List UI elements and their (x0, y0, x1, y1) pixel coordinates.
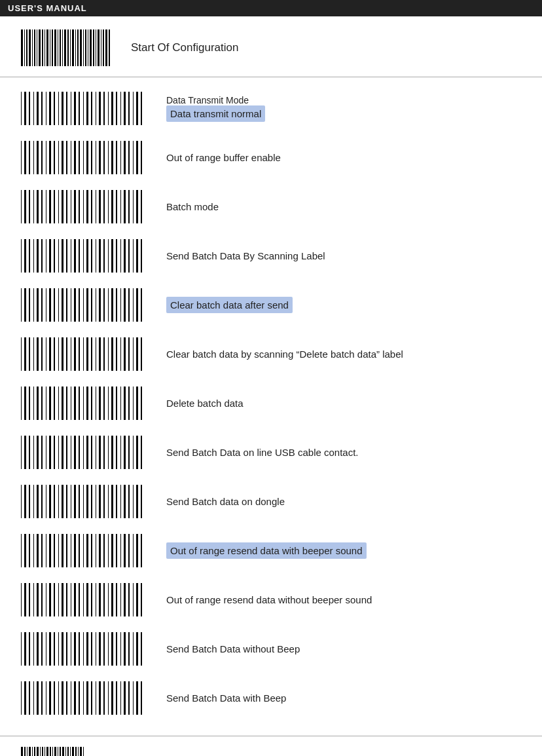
svg-rect-181 (103, 288, 105, 322)
svg-rect-406 (136, 632, 138, 666)
svg-rect-276 (111, 436, 113, 469)
svg-rect-102 (33, 190, 34, 223)
svg-rect-407 (141, 632, 142, 666)
barcode-svg-batch-mode (20, 189, 151, 225)
svg-rect-9 (42, 29, 43, 66)
svg-rect-27 (88, 29, 88, 66)
svg-rect-426 (91, 681, 92, 715)
svg-rect-28 (90, 29, 92, 66)
svg-rect-414 (41, 681, 43, 715)
svg-rect-176 (83, 288, 84, 322)
svg-rect-54 (91, 92, 92, 125)
svg-rect-361 (79, 583, 80, 616)
svg-rect-121 (111, 190, 113, 223)
barcode-svg-send-batch-data-without-beep (20, 631, 151, 667)
svg-rect-241 (96, 387, 96, 420)
svg-rect-259 (41, 436, 43, 469)
svg-rect-296 (66, 485, 67, 518)
svg-rect-291 (46, 485, 46, 518)
svg-rect-386 (54, 632, 55, 666)
svg-rect-377 (20, 631, 151, 667)
svg-rect-348 (24, 583, 26, 616)
svg-rect-125 (128, 190, 130, 223)
barcode-svg-delete-batch-data (20, 385, 151, 421)
svg-rect-1 (21, 29, 23, 66)
svg-rect-128 (141, 190, 142, 223)
label-send-batch-data-without-beep: Send Batch Data without Beep (166, 642, 300, 656)
svg-rect-436 (133, 681, 134, 715)
svg-rect-66 (141, 92, 142, 125)
svg-rect-338 (111, 534, 113, 567)
svg-rect-341 (124, 534, 126, 567)
svg-rect-285 (21, 485, 22, 518)
svg-rect-315 (20, 533, 151, 569)
svg-rect-78 (62, 141, 63, 174)
svg-rect-437 (136, 681, 138, 715)
svg-rect-178 (91, 288, 92, 322)
svg-rect-382 (37, 632, 39, 666)
svg-rect-184 (116, 288, 117, 322)
svg-rect-440 (21, 747, 23, 756)
svg-rect-282 (136, 436, 138, 469)
label-text-out-of-range-buffer-enable: Out of range buffer enable (166, 152, 281, 163)
svg-rect-272 (96, 436, 96, 469)
svg-rect-103 (37, 190, 39, 223)
svg-rect-256 (29, 436, 30, 469)
svg-rect-122 (116, 190, 117, 223)
svg-rect-265 (66, 436, 67, 469)
svg-rect-132 (29, 239, 30, 273)
svg-rect-403 (124, 632, 126, 666)
svg-rect-251 (136, 387, 138, 420)
svg-rect-240 (91, 387, 92, 420)
start-config-barcode (20, 28, 111, 67)
svg-rect-448 (42, 747, 43, 756)
barcode-clear-batch-data-by-scanning (20, 336, 151, 372)
svg-rect-202 (62, 337, 63, 371)
svg-rect-400 (111, 632, 113, 666)
svg-rect-212 (103, 337, 105, 371)
barcode-svg-send-batch-data-by-scanning-label (20, 238, 151, 274)
svg-rect-161 (21, 288, 22, 322)
svg-rect-358 (66, 583, 67, 616)
svg-rect-35 (109, 29, 110, 66)
svg-rect-53 (86, 92, 88, 125)
svg-rect-179 (96, 288, 96, 322)
svg-rect-305 (103, 485, 105, 518)
svg-rect-416 (49, 681, 51, 715)
svg-rect-289 (37, 485, 39, 518)
svg-rect-144 (79, 239, 80, 273)
svg-rect-48 (66, 92, 67, 125)
svg-rect-459 (70, 747, 71, 756)
end-config-barcode-svg (20, 746, 85, 756)
svg-rect-438 (141, 681, 142, 715)
svg-rect-268 (79, 436, 80, 469)
svg-rect-131 (24, 239, 26, 273)
label-out-of-range-buffer-enable: Out of range buffer enable (166, 151, 281, 164)
svg-rect-112 (74, 190, 76, 223)
label-delete-batch-data: Delete batch data (166, 396, 244, 410)
svg-rect-352 (41, 583, 43, 616)
svg-rect-79 (66, 141, 67, 174)
svg-rect-107 (54, 190, 55, 223)
svg-rect-147 (91, 239, 92, 273)
svg-rect-43 (46, 92, 46, 125)
svg-rect-100 (24, 190, 26, 223)
svg-rect-308 (116, 485, 117, 518)
svg-rect-392 (79, 632, 80, 666)
svg-rect-447 (40, 747, 41, 756)
svg-rect-260 (46, 436, 46, 469)
svg-rect-228 (41, 387, 43, 420)
label-text-send-batch-data-on-dongle: Send Batch data on dongle (166, 496, 285, 507)
row-send-batch-data-on-dongle: Send Batch data on dongle (20, 477, 522, 526)
svg-rect-432 (116, 681, 117, 715)
barcode-out-of-range-resend-with-beeper (20, 533, 151, 569)
svg-rect-105 (46, 190, 46, 223)
svg-rect-87 (99, 141, 101, 174)
svg-rect-46 (58, 92, 59, 125)
svg-rect-270 (86, 436, 88, 469)
svg-rect-231 (54, 387, 55, 420)
svg-rect-454 (58, 747, 58, 756)
svg-rect-99 (21, 190, 22, 223)
svg-rect-456 (62, 747, 64, 756)
svg-rect-70 (29, 141, 30, 174)
